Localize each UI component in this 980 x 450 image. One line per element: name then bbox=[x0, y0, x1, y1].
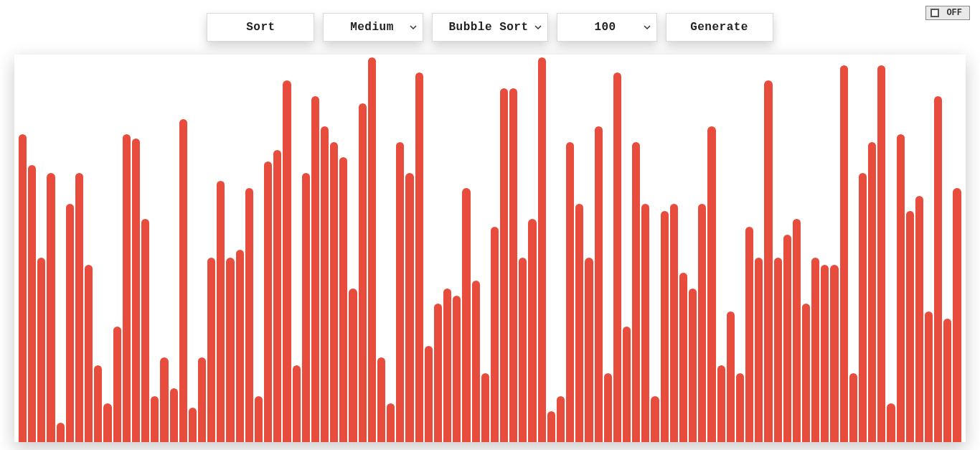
bar bbox=[717, 365, 725, 442]
bar bbox=[595, 126, 603, 442]
bar bbox=[302, 173, 310, 442]
bar bbox=[793, 219, 801, 442]
bar bbox=[19, 134, 27, 442]
speed-select[interactable]: Medium bbox=[323, 13, 423, 42]
bar bbox=[604, 373, 612, 442]
bar bbox=[859, 173, 867, 442]
bar bbox=[528, 219, 536, 442]
bar bbox=[623, 327, 631, 442]
speed-select-value: Medium bbox=[350, 21, 394, 34]
bar bbox=[462, 188, 470, 442]
bar bbox=[37, 258, 45, 442]
toolbar: Sort Medium Bubble Sort 100 Generate bbox=[0, 13, 980, 42]
count-select[interactable]: 100 bbox=[557, 13, 657, 42]
bar bbox=[255, 396, 263, 442]
bar bbox=[189, 408, 197, 442]
bar bbox=[491, 227, 499, 442]
bar bbox=[651, 396, 659, 442]
bar bbox=[745, 227, 753, 442]
bar bbox=[113, 327, 121, 442]
bar bbox=[547, 411, 555, 442]
bar bbox=[217, 181, 225, 442]
sort-button-label: Sort bbox=[246, 21, 275, 34]
bar bbox=[434, 304, 442, 442]
bar bbox=[906, 211, 914, 442]
bar bbox=[641, 204, 649, 442]
generate-button-label: Generate bbox=[690, 21, 748, 34]
bar bbox=[207, 258, 215, 442]
bar bbox=[387, 403, 395, 442]
bar bbox=[613, 72, 621, 442]
bar bbox=[245, 188, 253, 442]
bar bbox=[94, 365, 102, 442]
bar bbox=[368, 57, 376, 442]
bar bbox=[840, 65, 848, 442]
sorting-bars-chart bbox=[14, 55, 966, 442]
bar bbox=[330, 142, 338, 442]
bar bbox=[953, 188, 961, 442]
bar bbox=[538, 57, 546, 442]
bar bbox=[151, 396, 159, 442]
bar bbox=[103, 403, 111, 442]
bar bbox=[170, 388, 178, 442]
bar bbox=[481, 373, 489, 442]
bar bbox=[774, 258, 782, 442]
bar bbox=[425, 346, 433, 442]
bar bbox=[877, 65, 885, 442]
bar bbox=[226, 258, 234, 442]
bar bbox=[57, 423, 65, 442]
bar bbox=[321, 126, 329, 442]
bar bbox=[698, 204, 706, 442]
bar bbox=[198, 357, 206, 442]
bar bbox=[349, 289, 357, 442]
bar bbox=[311, 96, 319, 442]
bar bbox=[849, 373, 857, 442]
bar bbox=[47, 173, 55, 442]
algorithm-select[interactable]: Bubble Sort bbox=[432, 13, 547, 42]
bar bbox=[736, 373, 744, 442]
bar bbox=[509, 88, 517, 442]
bar bbox=[66, 204, 74, 442]
count-select-value: 100 bbox=[594, 21, 616, 34]
bar bbox=[934, 96, 942, 442]
sort-button[interactable]: Sort bbox=[207, 13, 314, 42]
bar bbox=[887, 403, 895, 442]
toggle-box-icon bbox=[930, 9, 939, 17]
bar bbox=[415, 72, 423, 442]
bar bbox=[75, 173, 83, 442]
bar bbox=[123, 134, 131, 442]
bar bbox=[160, 357, 168, 442]
sound-toggle[interactable]: OFF bbox=[925, 6, 970, 20]
bar bbox=[557, 396, 565, 442]
bar bbox=[868, 142, 876, 442]
bar bbox=[661, 211, 669, 442]
bar bbox=[179, 119, 187, 442]
bar bbox=[925, 311, 933, 442]
bar bbox=[679, 273, 687, 442]
bar bbox=[519, 258, 527, 442]
bar bbox=[821, 265, 829, 442]
bar bbox=[802, 304, 810, 442]
bar bbox=[283, 80, 291, 442]
chevron-down-icon bbox=[644, 24, 651, 31]
bar bbox=[707, 126, 715, 442]
generate-button[interactable]: Generate bbox=[666, 13, 773, 42]
bar bbox=[28, 165, 36, 442]
bar bbox=[293, 365, 301, 442]
bar bbox=[897, 134, 905, 442]
bar bbox=[132, 139, 140, 442]
bar bbox=[670, 204, 678, 442]
toggle-label: OFF bbox=[946, 8, 962, 18]
bar bbox=[85, 265, 93, 442]
bar bbox=[443, 289, 451, 442]
bar bbox=[141, 219, 149, 442]
algorithm-select-value: Bubble Sort bbox=[448, 21, 528, 34]
bar bbox=[396, 142, 404, 442]
bar bbox=[472, 281, 480, 442]
bar bbox=[811, 258, 819, 442]
bar bbox=[566, 142, 574, 442]
chevron-down-icon bbox=[410, 24, 417, 31]
bar bbox=[273, 150, 281, 442]
bar bbox=[453, 296, 461, 442]
chevron-down-icon bbox=[534, 24, 542, 31]
